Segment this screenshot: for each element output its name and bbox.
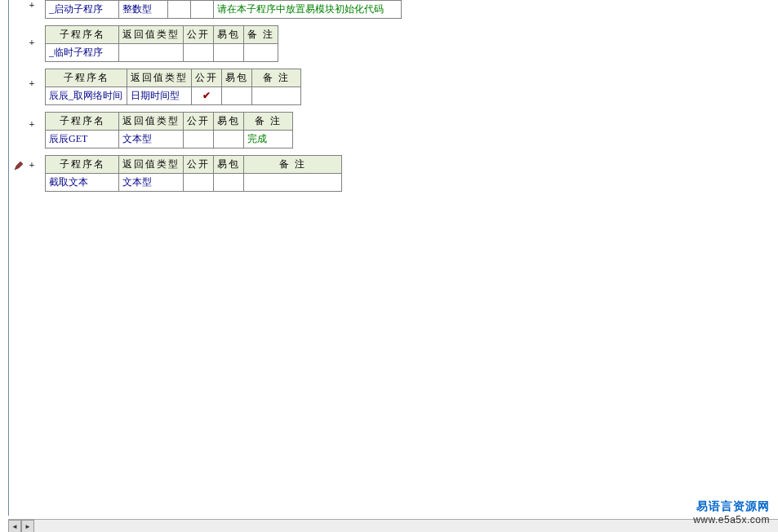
hdr-remark: 备 注: [244, 113, 293, 131]
remark-cell[interactable]: 请在本子程序中放置易模块初始化代码: [214, 1, 402, 19]
return-type-cell[interactable]: 整数型: [119, 1, 168, 19]
def-table-4[interactable]: 子程序名 返回值类型 公开 易包 备 注 截取文本 文本型: [45, 155, 342, 192]
watermark-url: www.e5a5x.com: [693, 514, 770, 525]
sub-name-cell[interactable]: _临时子程序: [46, 44, 119, 62]
remark-cell[interactable]: 完成: [244, 131, 293, 149]
sub-name-cell[interactable]: 辰辰_取网络时间: [46, 87, 127, 105]
hdr-public: 公开: [192, 69, 222, 87]
sub-name-cell[interactable]: 截取文本: [46, 174, 119, 192]
def-block-0: _启动子程序 整数型 请在本子程序中放置易模块初始化代码: [45, 0, 778, 19]
pkg-cell[interactable]: [214, 174, 244, 192]
def-block-2: 子程序名 返回值类型 公开 易包 备 注 辰辰_取网络时间 日期时间型 ✔: [45, 69, 778, 105]
public-cell[interactable]: [184, 44, 214, 62]
remark-cell[interactable]: [244, 174, 342, 192]
hdr-sub-name: 子程序名: [46, 113, 119, 131]
hdr-pkg: 易包: [214, 26, 244, 44]
horizontal-scrollbar[interactable]: ◄ ►: [8, 519, 778, 532]
remark-cell[interactable]: [252, 87, 301, 105]
hdr-pkg: 易包: [214, 156, 244, 174]
def-table-3[interactable]: 子程序名 返回值类型 公开 易包 备 注 辰辰GET 文本型 完成: [45, 112, 293, 149]
hdr-public: 公开: [184, 26, 214, 44]
scroll-left-button[interactable]: ◄: [8, 520, 21, 532]
scroll-right-button[interactable]: ►: [21, 520, 34, 532]
pkg-cell[interactable]: [191, 1, 214, 19]
hdr-remark: 备 注: [244, 26, 278, 44]
return-type-cell[interactable]: 文本型: [119, 174, 184, 192]
return-type-cell[interactable]: 文本型: [119, 131, 184, 149]
public-cell[interactable]: [184, 131, 214, 149]
sub-name-cell[interactable]: _启动子程序: [46, 1, 119, 19]
watermark: 易语言资源网 www.e5a5x.com: [693, 499, 770, 525]
def-block-4: 子程序名 返回值类型 公开 易包 备 注 截取文本 文本型: [45, 155, 778, 192]
hdr-sub-name: 子程序名: [46, 26, 119, 44]
edit-pen-icon: [14, 161, 24, 171]
pkg-cell[interactable]: [214, 131, 244, 149]
pkg-cell[interactable]: [222, 87, 252, 105]
expand-button-2[interactable]: +: [27, 38, 37, 48]
def-table-1[interactable]: 子程序名 返回值类型 公开 易包 备 注 _临时子程序: [45, 25, 278, 62]
expand-button-5[interactable]: +: [27, 161, 37, 171]
hdr-return-type: 返回值类型: [119, 26, 184, 44]
scroll-track[interactable]: [34, 520, 778, 532]
def-table-2[interactable]: 子程序名 返回值类型 公开 易包 备 注 辰辰_取网络时间 日期时间型 ✔: [45, 69, 301, 105]
expand-button-3[interactable]: +: [27, 79, 37, 89]
sub-name-cell[interactable]: 辰辰GET: [46, 131, 119, 149]
expand-button-4[interactable]: +: [27, 120, 37, 130]
hdr-return-type: 返回值类型: [119, 156, 184, 174]
hdr-public: 公开: [184, 156, 214, 174]
public-cell[interactable]: [184, 174, 214, 192]
hdr-remark: 备 注: [252, 69, 301, 87]
public-cell[interactable]: [168, 1, 191, 19]
return-type-cell[interactable]: [119, 44, 184, 62]
hdr-return-type: 返回值类型: [119, 113, 184, 131]
hdr-return-type: 返回值类型: [127, 69, 192, 87]
expand-button-1[interactable]: +: [27, 1, 37, 11]
hdr-remark: 备 注: [244, 156, 342, 174]
definitions-area: _启动子程序 整数型 请在本子程序中放置易模块初始化代码 子程序名 返回值类型 …: [45, 0, 778, 192]
gutter: + + + + +: [9, 0, 38, 516]
watermark-title: 易语言资源网: [693, 499, 770, 514]
hdr-public: 公开: [184, 113, 214, 131]
def-table-0[interactable]: _启动子程序 整数型 请在本子程序中放置易模块初始化代码: [45, 0, 402, 19]
def-block-1: 子程序名 返回值类型 公开 易包 备 注 _临时子程序: [45, 25, 778, 62]
return-type-cell[interactable]: 日期时间型: [127, 87, 192, 105]
hdr-pkg: 易包: [222, 69, 252, 87]
public-cell-check[interactable]: ✔: [192, 87, 222, 105]
hdr-sub-name: 子程序名: [46, 69, 127, 87]
def-block-3: 子程序名 返回值类型 公开 易包 备 注 辰辰GET 文本型 完成: [45, 112, 778, 149]
code-panel: + + + + + _启动子程序 整数型 请在本子程序中放置易模块初始化代码: [8, 0, 778, 516]
hdr-pkg: 易包: [214, 113, 244, 131]
pkg-cell[interactable]: [214, 44, 244, 62]
remark-cell[interactable]: [244, 44, 278, 62]
hdr-sub-name: 子程序名: [46, 156, 119, 174]
